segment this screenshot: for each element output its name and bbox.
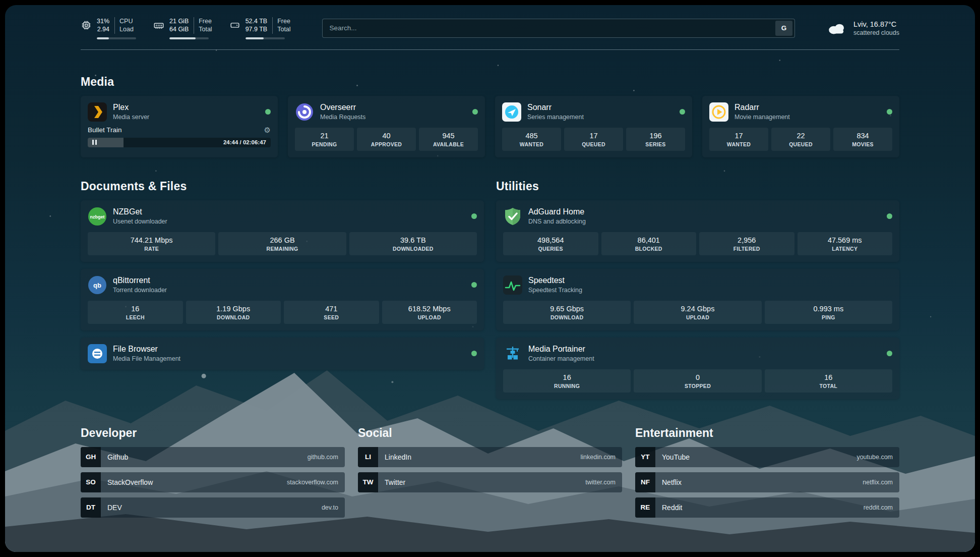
speedtest-icon xyxy=(503,275,522,295)
stat-approved: 40APPROVED xyxy=(357,128,416,151)
stat-pending: 21PENDING xyxy=(295,128,354,151)
stat-upload: 618.52 MbpsUPLOAD xyxy=(382,301,477,324)
bookmark-dev[interactable]: DT DEV dev.to xyxy=(81,497,345,518)
screen: 31%2.94 CPULoad xyxy=(0,0,980,557)
app-title: Sonarr xyxy=(527,103,584,112)
sonarr-icon xyxy=(502,102,521,122)
svg-text:qb: qb xyxy=(93,282,101,289)
app-title: File Browser xyxy=(113,345,180,354)
app-subtitle: Media Requests xyxy=(320,114,365,121)
svg-text:nzbget: nzbget xyxy=(90,214,105,219)
bookmark-linkedin[interactable]: LI LinkedIn linkedin.com xyxy=(358,447,622,467)
adguard-icon xyxy=(503,207,522,226)
section-title-developer: Developer xyxy=(81,426,345,440)
status-dot xyxy=(471,213,477,219)
cpu-bar-fill xyxy=(97,37,109,39)
app-subtitle: Torrent downloader xyxy=(113,287,167,294)
bookmark-youtube[interactable]: YT YouTube youtube.com xyxy=(635,447,899,467)
app-card-plex[interactable]: Plex Media server Bullet Train ⚙ 24:44 /… xyxy=(81,96,278,157)
bookmark-group-social: Social LI LinkedIn linkedin.com TW Twitt… xyxy=(358,426,622,518)
app-title: Plex xyxy=(113,103,149,112)
disk-bar-fill xyxy=(246,37,264,39)
stat-leech: 16LEECH xyxy=(88,301,183,324)
app-card-nzbget[interactable]: nzbget NZBGet Usenet downloader 744.21 M… xyxy=(81,200,484,262)
gear-icon[interactable]: ⚙ xyxy=(264,126,271,134)
app-card-speedtest[interactable]: Speedtest Speedtest Tracking 9.65 GbpsDO… xyxy=(496,269,899,330)
ram-values: 21 GiB64 GiB xyxy=(169,17,189,34)
dashboard-window: 31%2.94 CPULoad xyxy=(5,5,975,552)
app-card-filebrowser[interactable]: File Browser Media File Management xyxy=(81,338,484,370)
app-card-qbittorrent[interactable]: qb qBittorrent Torrent downloader 16LEEC… xyxy=(81,269,484,330)
stat-running: 16RUNNING xyxy=(503,369,631,393)
stat-queued: 17QUEUED xyxy=(564,128,623,151)
reddit-icon: RE xyxy=(635,497,655,518)
cpu-usage-bar xyxy=(97,37,136,39)
filebrowser-icon xyxy=(88,344,107,363)
ram-widget: 21 GiB64 GiB FreeTotal xyxy=(153,17,212,39)
disk-widget: 52.4 TB97.9 TB FreeTotal xyxy=(229,17,291,39)
stat-rate: 744.21 MbpsRATE xyxy=(88,232,215,255)
stat-stopped: 0STOPPED xyxy=(634,369,761,393)
bookmark-twitter[interactable]: TW Twitter twitter.com xyxy=(358,472,622,492)
stackoverflow-icon: SO xyxy=(81,472,101,492)
stat-downloaded: 39.6 TBDOWNLOADED xyxy=(349,232,477,255)
section-title-social: Social xyxy=(358,426,622,440)
ram-usage-bar xyxy=(169,37,209,39)
section-title-utilities: Utilities xyxy=(496,180,899,193)
app-card-portainer[interactable]: Media Portainer Container management 16R… xyxy=(496,338,899,399)
search-bar[interactable]: G xyxy=(322,19,795,38)
search-engine-button[interactable]: G xyxy=(775,21,792,36)
stat-queries: 498,564QUERIES xyxy=(503,232,598,255)
disk-values: 52.4 TB97.9 TB xyxy=(246,17,268,34)
stat-blocked: 86,401BLOCKED xyxy=(601,232,697,255)
stat-download: 9.65 GbpsDOWNLOAD xyxy=(503,301,631,324)
playback-time: 24:44 / 02:06:47 xyxy=(223,139,266,145)
stat-total: 16TOTAL xyxy=(765,369,892,393)
plex-icon xyxy=(88,102,107,122)
weather-condition: scattered clouds xyxy=(853,29,899,36)
status-dot xyxy=(265,109,271,115)
youtube-icon: YT xyxy=(635,447,655,467)
stat-available: 945AVAILABLE xyxy=(419,128,478,151)
bookmark-group-entertainment: Entertainment YT YouTube youtube.com NF … xyxy=(635,426,899,518)
header-divider xyxy=(81,49,899,50)
app-card-sonarr[interactable]: Sonarr Series management 485WANTED 17QUE… xyxy=(495,96,692,157)
bookmark-netflix[interactable]: NF Netflix netflix.com xyxy=(635,472,899,492)
stat-filtered: 2,956FILTERED xyxy=(699,232,794,255)
app-subtitle: Movie management xyxy=(734,114,790,121)
stat-ping: 0.993 msPING xyxy=(765,301,892,324)
app-title: Radarr xyxy=(734,103,790,112)
cloud-icon xyxy=(826,21,847,36)
status-dot xyxy=(887,109,892,115)
app-title: qBittorrent xyxy=(113,276,167,285)
status-dot xyxy=(472,109,478,115)
status-dot xyxy=(471,282,477,288)
search-input[interactable] xyxy=(323,24,775,32)
weather-widget: Lviv, 16.87°C scattered clouds xyxy=(826,20,899,36)
app-card-radarr[interactable]: Radarr Movie management 17WANTED 22QUEUE… xyxy=(702,96,899,157)
stat-wanted: 485WANTED xyxy=(502,128,561,151)
nzbget-icon: nzbget xyxy=(88,207,107,226)
plex-player-bar[interactable]: 24:44 / 02:06:47 xyxy=(88,138,271,147)
section-title-documents: Documents & Files xyxy=(81,180,484,193)
status-dot xyxy=(680,109,685,115)
cpu-icon xyxy=(81,20,92,31)
pause-button[interactable] xyxy=(92,140,97,145)
app-title: Overseerr xyxy=(320,103,365,112)
bookmark-group-developer: Developer GH Github github.com SO StackO… xyxy=(81,426,345,518)
stat-upload: 9.24 GbpsUPLOAD xyxy=(634,301,761,324)
bookmark-reddit[interactable]: RE Reddit reddit.com xyxy=(635,497,899,518)
app-subtitle: Series management xyxy=(527,114,584,121)
stat-latency: 47.569 msLATENCY xyxy=(798,232,893,255)
app-subtitle: Media File Management xyxy=(113,355,180,362)
ram-icon xyxy=(153,20,164,31)
disk-labels: FreeTotal xyxy=(272,17,290,34)
app-card-overseerr[interactable]: Overseerr Media Requests 21PENDING 40APP… xyxy=(288,96,485,157)
bookmark-stackoverflow[interactable]: SO StackOverflow stackoverflow.com xyxy=(81,472,345,492)
bookmark-github[interactable]: GH Github github.com xyxy=(81,447,345,467)
ram-bar-fill xyxy=(169,37,196,39)
app-card-adguard[interactable]: AdGuard Home DNS and adblocking 498,564Q… xyxy=(496,200,899,262)
radarr-icon xyxy=(709,102,728,122)
app-title: Media Portainer xyxy=(528,345,594,354)
section-title-media: Media xyxy=(81,75,899,89)
